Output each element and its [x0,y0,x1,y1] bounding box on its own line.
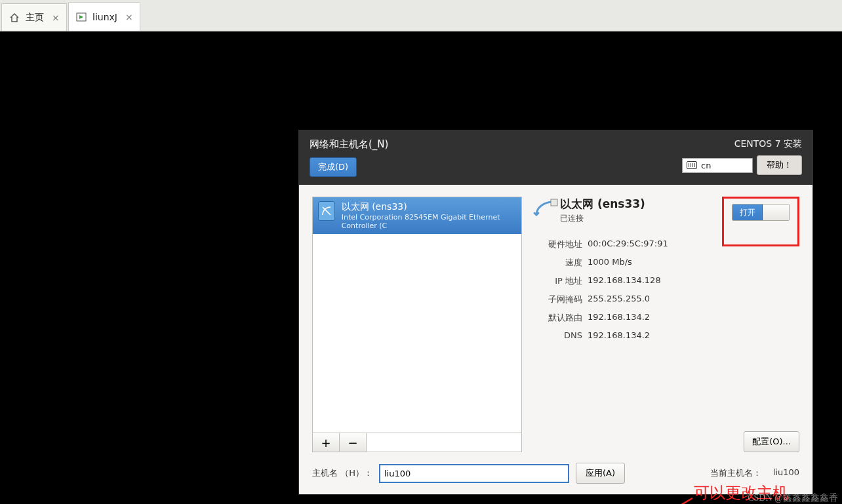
svg-rect-1 [551,199,557,206]
add-device-button[interactable]: + [312,433,340,452]
dns-label: DNS [535,330,582,340]
help-button[interactable]: 帮助！ [757,155,802,175]
mask-value: 255.255.255.0 [588,294,799,305]
lang-label: cn [701,161,711,170]
detail-status: 已连接 [560,213,645,224]
hostname-row: 主机名 （H）： 应用(A) 当前主机名： liu100 [312,452,799,489]
device-detail: 以太网 (ens33) 已连接 打开 硬件地址 00: [531,197,799,452]
tab-vm-label: liunxJ [92,12,117,22]
gateway-value: 192.168.134.2 [588,312,799,324]
done-button[interactable]: 完成(D) [310,157,357,177]
connection-toggle[interactable]: 打开 [732,204,790,221]
device-list-empty [313,234,521,433]
hostname-input[interactable] [379,464,569,483]
ethernet-icon [531,197,560,220]
dns-value: 192.168.134.2 [588,330,799,340]
configure-button[interactable]: 配置(O)... [744,431,799,452]
device-item-ens33[interactable]: 以太网 (ens33) Intel Corporation 82545EM Gi… [313,197,521,234]
device-name: 以太网 (ens33) [342,201,516,213]
dialog-header: 网络和主机名(_N) 完成(D) CENTOS 7 安装 cn 帮助！ [299,130,812,185]
vm-icon [75,11,87,23]
dialog-body: 以太网 (ens33) Intel Corporation 82545EM Gi… [299,185,812,494]
close-icon[interactable]: × [52,12,60,23]
home-icon [9,12,20,24]
network-info-grid: 硬件地址 00:0C:29:5C:97:91 速度 1000 Mb/s IP 地… [535,239,799,340]
network-dialog: 网络和主机名(_N) 完成(D) CENTOS 7 安装 cn 帮助！ [298,130,813,495]
gateway-label: 默认路由 [535,312,582,324]
toggle-handle [763,204,789,220]
speed-value: 1000 Mb/s [588,257,799,269]
current-hostname-value: liu100 [773,467,799,479]
tab-home[interactable]: 主页 × [1,3,67,31]
annotation-highlight-box: 打开 [722,197,799,246]
device-subtitle: Intel Corporation 82545EM Gigabit Ethern… [342,213,516,230]
apply-button[interactable]: 应用(A) [576,463,625,484]
hostname-label: 主机名 （H）： [312,467,372,479]
tab-home-label: 主页 [26,12,44,24]
ip-value: 192.168.134.128 [588,275,799,287]
install-title: CENTOS 7 安装 [682,138,802,150]
svg-line-2 [653,498,692,504]
keyboard-layout-selector[interactable]: cn [682,158,753,173]
annotation-arrow [647,495,699,504]
tab-vm[interactable]: liunxJ × [68,2,140,31]
ip-label: IP 地址 [535,275,582,287]
close-icon[interactable]: × [125,12,133,22]
dialog-title: 网络和主机名(_N) [310,138,388,151]
ethernet-icon [318,201,335,221]
browser-tab-bar: 主页 × liunxJ × [0,0,842,31]
keyboard-icon [687,161,697,169]
mask-label: 子网掩码 [535,294,582,305]
current-hostname-label: 当前主机名： [710,467,761,479]
speed-label: 速度 [535,257,582,269]
detail-title: 以太网 (ens33) [560,197,645,212]
hw-address-label: 硬件地址 [535,239,582,250]
device-list: 以太网 (ens33) Intel Corporation 82545EM Gi… [312,197,522,452]
remove-device-button[interactable]: − [339,433,367,452]
toggle-on-label: 打开 [732,204,763,220]
